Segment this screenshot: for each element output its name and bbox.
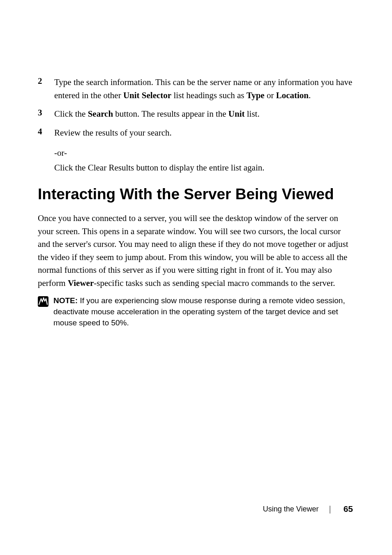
step-3: 3 Click the Search button. The results a… (38, 108, 353, 121)
page-footer: Using the Viewer | 65 (263, 504, 353, 514)
body-paragraph: Once you have connected to a server, you… (38, 212, 353, 290)
step-4-subtext: Click the Clear Results button to displa… (54, 161, 353, 175)
note-icon (38, 296, 48, 307)
note-block: NOTE: If you are experiencing slow mouse… (38, 295, 353, 328)
step-text-3: Click the Search button. The results app… (54, 108, 353, 121)
footer-section-title: Using the Viewer (263, 505, 329, 514)
step-4: 4 Review the results of your search. (38, 127, 353, 140)
footer-page-number: 65 (344, 504, 353, 514)
step-number-3: 3 (38, 108, 54, 121)
step-number-4: 4 (38, 127, 54, 140)
step-number-2: 2 (38, 76, 54, 102)
step-4-or: -or- (54, 145, 353, 161)
section-heading: Interacting With the Server Being Viewed (38, 186, 353, 203)
step-text-4: Review the results of your search. (54, 127, 353, 140)
page-content: 2 Type the search information. This can … (0, 0, 392, 328)
note-text: NOTE: If you are experiencing slow mouse… (53, 295, 353, 328)
footer-divider: | (329, 504, 343, 514)
step-text-2: Type the search information. This can be… (54, 76, 353, 102)
step-2: 2 Type the search information. This can … (38, 76, 353, 102)
